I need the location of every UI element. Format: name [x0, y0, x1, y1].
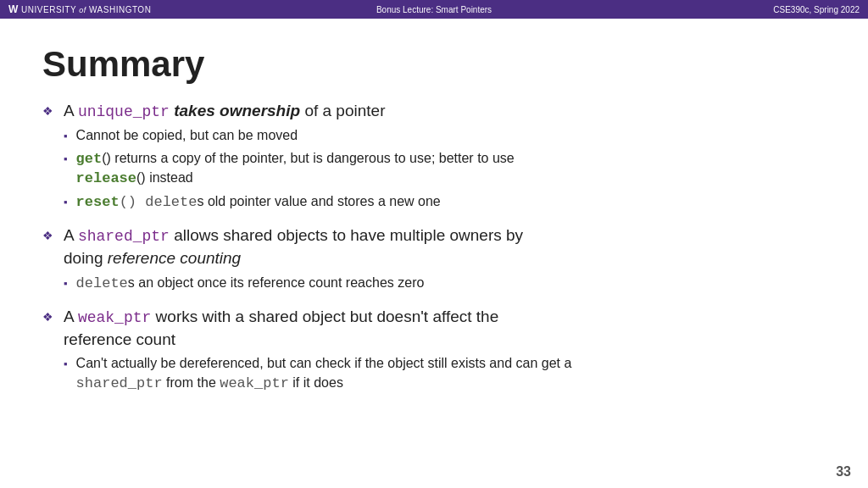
shared-ptr-code: shared_ptr [78, 228, 170, 245]
sub-diamond-2-1: ▪ [64, 276, 68, 291]
bullet-1-text-before: A [64, 102, 78, 119]
slide-title: Bonus Lecture: Smart Pointers [376, 5, 492, 14]
page-title: Summary [42, 44, 826, 85]
sub-bullet-1-1: ▪ Cannot be copied, but can be moved [64, 126, 826, 145]
sub-3-1-part3: if it does [289, 375, 343, 390]
bullet-unique-ptr: ❖ A unique_ptr takes ownership of a poin… [42, 100, 826, 216]
weak-ptr-mono: weak_ptr [220, 375, 289, 391]
sub-diamond-1-3: ▪ [64, 195, 68, 210]
weak-ptr-code: weak_ptr [78, 309, 151, 326]
sub-bullet-2-1: ▪ deletes an object once its reference c… [64, 274, 826, 294]
bullet-2-text-before: A [64, 226, 78, 244]
sub-1-2-part2: () instead [136, 170, 193, 185]
sub-3-1-part2: from the [163, 375, 220, 390]
diamond-icon-3: ❖ [42, 309, 53, 326]
sub-bullet-3-1: ▪ Can't actually be dereferenced, but ca… [64, 354, 826, 393]
bullet-3-text-before: A [64, 308, 78, 325]
course-info: CSE390c, Spring 2022 [773, 5, 860, 14]
bullet-weak-ptr-content: A weak_ptr works with a shared object bu… [64, 306, 826, 397]
sub-bullet-1-2: ▪ get() returns a copy of the pointer, b… [64, 149, 826, 190]
diamond-icon-1: ❖ [42, 103, 53, 120]
bullet-shared-ptr: ❖ A shared_ptr allows shared objects to … [42, 225, 826, 297]
sub-bullet-1-3: ▪ reset() deletes old pointer value and … [64, 192, 826, 213]
sub-diamond-1-1: ▪ [64, 129, 68, 144]
main-content: Summary ❖ A unique_ptr takes ownership o… [0, 19, 868, 423]
sub-3-1-text: Can't actually be dereferenced, but can … [76, 354, 826, 393]
diamond-icon-2: ❖ [42, 228, 53, 245]
sub-1-2-text: get() returns a copy of the pointer, but… [76, 149, 826, 190]
bullet-shared-ptr-content: A shared_ptr allows shared objects to ha… [64, 225, 826, 297]
sub-1-1-text: Cannot be copied, but can be moved [76, 126, 826, 145]
sub-1-3-text: reset() deletes old pointer value and st… [76, 192, 826, 213]
bullet-weak-ptr: ❖ A weak_ptr works with a shared object … [42, 306, 826, 397]
bullet-1-text-mid: takes ownership of a pointer [170, 102, 386, 119]
sub-2-1-text: deletes an object once its reference cou… [76, 274, 826, 294]
sub-diamond-1-2: ▪ [64, 152, 68, 167]
sub-1-2-part1: () returns a copy of the pointer, but is… [102, 151, 515, 165]
sub-diamond-3-1: ▪ [64, 357, 68, 372]
shared-ptr-sub-list: ▪ deletes an object once its reference c… [64, 274, 826, 294]
shared-ptr-mono: shared_ptr [76, 375, 163, 391]
get-code: get [76, 151, 103, 167]
release-code: release [76, 170, 136, 186]
reset-delete-code: () delete [120, 194, 198, 210]
weak-ptr-sub-list: ▪ Can't actually be dereferenced, but ca… [64, 354, 826, 393]
sub-3-1-part1: Can't actually be dereferenced, but can … [76, 356, 572, 370]
page-number: 33 [836, 464, 851, 480]
main-bullet-list: ❖ A unique_ptr takes ownership of a poin… [42, 100, 826, 397]
sub-2-1-rest: s an object once its reference count rea… [128, 275, 425, 290]
unique-ptr-sub-list: ▪ Cannot be copied, but can be moved ▪ g… [64, 126, 826, 213]
delete-code: delete [76, 275, 128, 291]
sub-1-3-rest: s old pointer value and stores a new one [197, 194, 440, 208]
header-bar: W UNIVERSITY of WASHINGTON Bonus Lecture… [0, 0, 868, 19]
bullet-unique-ptr-content: A unique_ptr takes ownership of a pointe… [64, 100, 826, 216]
university-logo: W UNIVERSITY of WASHINGTON [8, 3, 151, 15]
unique-ptr-code: unique_ptr [78, 103, 170, 120]
reset-code: reset [76, 194, 120, 210]
